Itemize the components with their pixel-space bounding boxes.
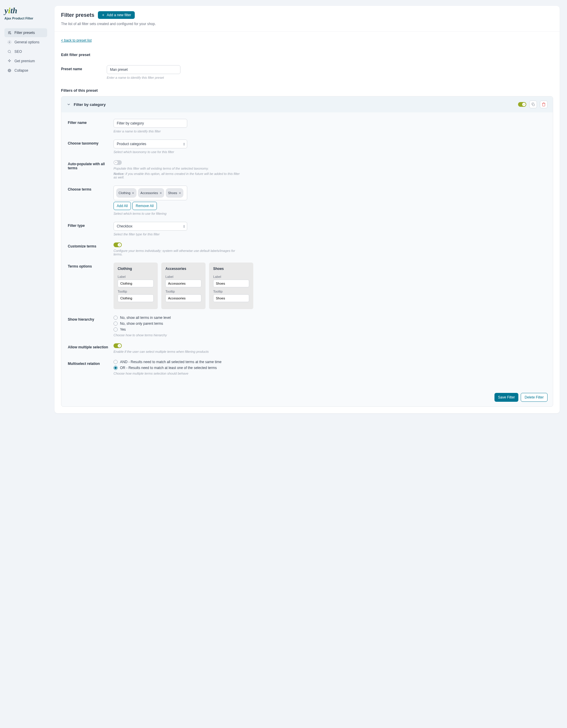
add-all-button[interactable]: Add All: [114, 202, 131, 210]
preset-name-label: Preset name: [61, 65, 107, 79]
filter-name-input[interactable]: [114, 119, 187, 128]
filter-name-label: Filter name: [68, 119, 114, 133]
trash-icon: [542, 102, 546, 106]
tag-remove-icon[interactable]: ✕: [160, 191, 162, 195]
remove-all-button[interactable]: Remove All: [132, 202, 157, 210]
preset-name-help: Enter a name to identify this filter pre…: [107, 76, 237, 79]
term-tag: Accessories✕: [138, 188, 164, 198]
term-label-label: Label: [213, 275, 249, 278]
collapse-icon: [7, 68, 12, 73]
relation-label: Multiselect relation: [68, 360, 114, 375]
term-tag: Shoes✕: [166, 188, 184, 198]
search-icon: [7, 50, 12, 54]
sliders-icon: [7, 31, 12, 35]
term-card: Shoes Label Tooltip: [209, 263, 253, 309]
hierarchy-option[interactable]: Yes: [114, 327, 243, 332]
term-tooltip-label: Tooltip: [166, 290, 202, 293]
term-tag: Clothing✕: [116, 188, 137, 198]
svg-rect-6: [532, 104, 534, 106]
customize-toggle[interactable]: [114, 242, 122, 247]
delete-panel-button[interactable]: [540, 101, 548, 108]
nav-label: SEO: [14, 50, 22, 54]
filters-title: Filters of this preset: [61, 88, 553, 93]
terms-options-label: Terms options: [68, 263, 114, 309]
nav-seo[interactable]: SEO: [4, 47, 47, 56]
taxonomy-select[interactable]: Product categories: [114, 140, 187, 148]
nav-general-options[interactable]: General options: [4, 38, 47, 47]
svg-point-5: [8, 69, 11, 72]
add-filter-button[interactable]: Add a new filter: [98, 11, 135, 19]
hierarchy-label: Show hierarchy: [68, 316, 114, 337]
panel-title: Filter by category: [74, 102, 106, 107]
term-card: Clothing Label Tooltip: [114, 263, 158, 309]
filter-type-label: Filter type: [68, 222, 114, 236]
taxonomy-label: Choose taxonomy: [68, 140, 114, 154]
brand-subtitle: Ajax Product Filter: [4, 17, 47, 20]
svg-point-4: [8, 50, 10, 53]
chevron-down-icon[interactable]: [67, 102, 71, 106]
multiple-label: Allow multiple selection: [68, 343, 114, 353]
svg-point-0: [10, 31, 10, 32]
duplicate-button[interactable]: [529, 101, 537, 108]
autopop-toggle[interactable]: [114, 160, 122, 165]
logo: yith: [4, 6, 47, 15]
term-label-input[interactable]: [213, 280, 249, 287]
term-card: Accessories Label Tooltip: [161, 263, 206, 309]
term-tooltip-label: Tooltip: [213, 290, 249, 293]
hierarchy-option[interactable]: No, show all terms in same level: [114, 316, 243, 320]
nav-label: Get premium: [14, 59, 35, 63]
save-filter-button[interactable]: Save Filter: [494, 393, 518, 402]
relation-option[interactable]: OR - Results need to match at least one …: [114, 366, 243, 370]
svg-point-3: [9, 42, 10, 43]
plus-icon: [101, 13, 105, 17]
preset-name-input[interactable]: [107, 65, 181, 74]
copy-icon: [531, 102, 535, 106]
page-title: Filter presets: [61, 12, 94, 18]
nav-get-premium[interactable]: Get premium: [4, 57, 47, 65]
term-label-input[interactable]: [118, 280, 154, 287]
term-card-title: Shoes: [213, 267, 249, 271]
nav-label: General options: [14, 40, 40, 44]
tag-remove-icon[interactable]: ✕: [179, 191, 181, 195]
term-card-title: Clothing: [118, 267, 154, 271]
relation-option[interactable]: AND - Results need to match all selected…: [114, 360, 243, 364]
terms-tag-box[interactable]: Clothing✕ Accessories✕ Shoes✕: [114, 186, 187, 200]
tag-remove-icon[interactable]: ✕: [132, 191, 134, 195]
term-tooltip-input[interactable]: [166, 294, 202, 302]
svg-point-1: [9, 32, 9, 33]
filter-type-select[interactable]: Checkbox: [114, 222, 187, 231]
term-card-title: Accessories: [166, 267, 202, 271]
gear-icon: [7, 40, 12, 44]
customize-label: Customize terms: [68, 242, 114, 256]
term-tooltip-label: Tooltip: [118, 290, 154, 293]
svg-point-2: [10, 33, 11, 34]
edit-title: Edit filter preset: [61, 53, 553, 57]
page-subtitle: The list of all filter sets created and …: [61, 22, 553, 26]
nav-label: Filter presets: [14, 31, 35, 35]
sparkle-icon: [7, 59, 12, 63]
nav-collapse[interactable]: Collapse: [4, 66, 47, 75]
panel-enable-toggle[interactable]: [518, 102, 526, 107]
back-link[interactable]: < back to preset list: [61, 38, 92, 42]
term-label-label: Label: [118, 275, 154, 278]
delete-filter-button[interactable]: Delete Filter: [521, 393, 548, 402]
autopop-label: Auto-populate with all terms: [68, 160, 114, 179]
nav-filter-presets[interactable]: Filter presets: [4, 28, 47, 37]
hierarchy-option[interactable]: No, show only parent terms: [114, 322, 243, 326]
term-tooltip-input[interactable]: [118, 294, 154, 302]
terms-label: Choose terms: [68, 186, 114, 215]
nav-label: Collapse: [14, 68, 28, 73]
multiple-toggle[interactable]: [114, 343, 122, 348]
term-label-label: Label: [166, 275, 202, 278]
term-tooltip-input[interactable]: [213, 294, 249, 302]
term-label-input[interactable]: [166, 280, 202, 287]
